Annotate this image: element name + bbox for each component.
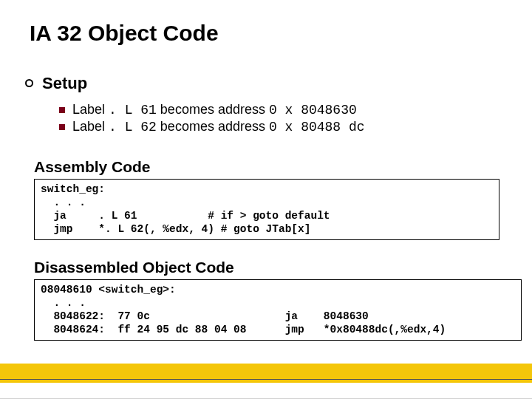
sub-bullet-l62-text: Label . L 62 becomes address 0 x 80488 d…	[72, 119, 365, 134]
sub-a-code: . L 61	[109, 103, 157, 117]
sub-b-post: becomes address	[157, 119, 269, 134]
bullet-setup: Setup	[25, 74, 87, 93]
square-bullet-icon	[59, 107, 65, 113]
footer-gold-bar	[0, 364, 532, 383]
sub-b-code: . L 62	[109, 120, 157, 134]
sub-a-post: becomes address	[157, 102, 269, 117]
slide: IA 32 Object Code Setup Label . L 61 bec…	[0, 0, 532, 399]
hollow-circle-icon	[25, 79, 33, 87]
sub-b-addr: 0 x 80488 dc	[269, 120, 365, 134]
assembly-code-box: switch_eg: . . . ja . L 61 # if > goto d…	[34, 179, 499, 240]
sub-bullet-l62: Label . L 62 becomes address 0 x 80488 d…	[59, 119, 365, 134]
sub-bullet-l61-text: Label . L 61 becomes address 0 x 8048630	[72, 102, 357, 117]
slide-title: IA 32 Object Code	[30, 21, 219, 46]
bullet-setup-label: Setup	[42, 74, 87, 93]
square-bullet-icon	[59, 124, 65, 130]
sub-a-addr: 0 x 8048630	[269, 103, 357, 117]
sub-b-pre: Label	[72, 119, 109, 134]
disassembled-code-box: 08048610 <switch_eg>: . . . 8048622: 77 …	[34, 279, 522, 341]
sub-a-pre: Label	[72, 102, 109, 117]
sub-bullets: Label . L 61 becomes address 0 x 8048630…	[59, 100, 365, 136]
section-assembly-heading: Assembly Code	[34, 158, 151, 176]
section-disassembled-heading: Disassembled Object Code	[34, 259, 234, 276]
footer-divider	[0, 379, 532, 380]
sub-bullet-l61: Label . L 61 becomes address 0 x 8048630	[59, 102, 365, 117]
